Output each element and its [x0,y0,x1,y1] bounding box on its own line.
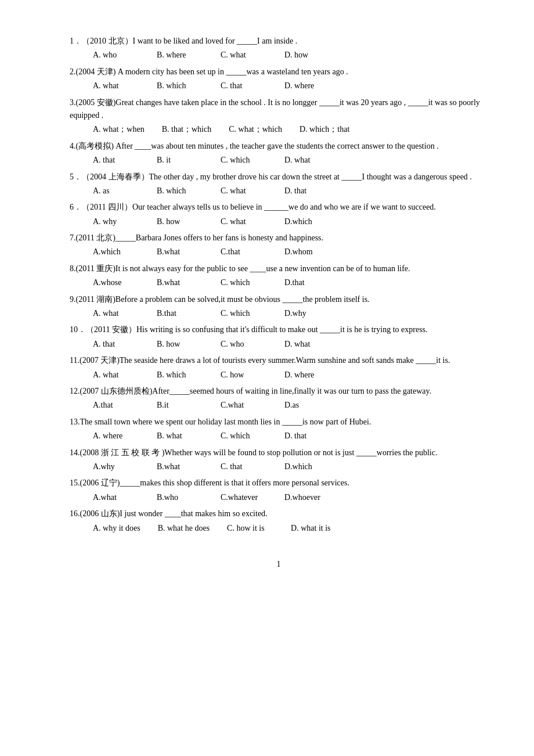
question-q15: 15.(2006 辽宁)_____makes this shop differe… [70,477,488,504]
options-q8: A.whoseB.whatC. whichD.that [70,276,488,289]
option-item: B.who [157,491,203,504]
option-item: D.why [284,307,331,320]
option-item: C. what [221,215,267,228]
option-item: D.that [284,276,331,289]
option-item: C. what [221,185,267,197]
option-item: C. who [221,338,267,351]
option-item: B.that [157,307,203,320]
question-q11: 11.(2007 天津)The seaside here draws a lot… [70,354,488,381]
question-text-q1: 1．（2010 北京）I want to be liked and loved … [70,35,488,48]
option-item: A.whose [93,276,139,289]
options-q10: A. thatB. howC. whoD. what [70,338,488,351]
option-item: D. which；that [300,123,349,136]
question-text-q12: 12.(2007 山东德州质检)After_____seemed hours o… [70,385,488,398]
option-item: C.what [221,399,267,412]
option-item: A. what [93,80,139,92]
option-item: A. why it does [93,522,140,535]
option-item: A.that [93,399,139,412]
option-item: B. what he does [158,522,210,535]
options-q2: A. whatB. whichC. thatD. where [70,80,488,92]
option-item: D. how [284,49,331,62]
option-item: B. which [157,369,203,381]
option-item: D. what [284,338,331,351]
option-item: A. that [93,154,139,167]
option-item: C.that [221,246,267,258]
question-q5: 5．（2004 上海春季）The other day , my brother … [70,171,488,198]
options-q9: A. whatB.thatC. whichD.why [70,307,488,320]
option-item: A. what [93,307,139,320]
question-text-q7: 7.(2011 北京)_____Barbara Jones offers to … [70,232,488,244]
question-text-q15: 15.(2006 辽宁)_____makes this shop differe… [70,477,488,489]
options-q13: A. whereB. whatC. whichD. that [70,430,488,442]
option-item: B.it [157,399,203,412]
questions-container: 1．（2010 北京）I want to be liked and loved … [70,35,488,535]
option-item: B. how [157,215,203,228]
option-item: D.as [284,399,331,412]
option-item: C. which [221,307,267,320]
option-item: D.whoever [284,491,331,504]
question-text-q13: 13.The small town where we spent our hol… [70,416,488,429]
option-item: D. where [284,80,331,92]
question-q6: 6．（2011 四川）Our teacher always tells us t… [70,201,488,228]
question-q4: 4.(高考模拟) After ____was about ten minutes… [70,140,488,167]
option-item: B. it [157,154,203,167]
question-q1: 1．（2010 北京）I want to be liked and loved … [70,35,488,62]
option-item: B. what [157,430,203,442]
question-q3: 3.(2005 安徽)Great changes have taken plac… [70,96,488,136]
question-text-q3: 3.(2005 安徽)Great changes have taken plac… [70,96,488,123]
question-text-q14: 14.(2008 浙 江 五 校 联 考 )Whether ways will … [70,447,488,459]
option-item: A. where [93,430,139,442]
question-q14: 14.(2008 浙 江 五 校 联 考 )Whether ways will … [70,447,488,474]
option-item: D. that [284,430,331,442]
option-item: D. where [284,369,331,381]
options-q14: A.whyB.whatC. thatD.which [70,460,488,473]
question-text-q4: 4.(高考模拟) After ____was about ten minutes… [70,140,488,153]
question-text-q8: 8.(2011 重庆)It is not always easy for the… [70,262,488,275]
option-item: C. what；which [229,123,282,136]
option-item: C. how [221,369,267,381]
question-text-q16: 16.(2006 山东)I just wonder ____that makes… [70,507,488,520]
option-item: C. what [221,49,267,62]
question-text-q9: 9.(2011 湖南)Before a problem can be solve… [70,293,488,306]
option-item: A. why [93,215,139,228]
option-item: A.why [93,460,139,473]
option-item: A. what；when [93,123,145,136]
option-item: D.which [284,460,331,473]
option-item: B. which [157,185,203,197]
question-q12: 12.(2007 山东德州质检)After_____seemed hours o… [70,385,488,412]
option-item: A. what [93,369,139,381]
options-q3: A. what；whenB. that；whichC. what；whichD.… [70,123,488,136]
option-item: A. who [93,49,139,62]
options-q5: A. asB. whichC. whatD. that [70,185,488,197]
option-item: C. that [221,460,267,473]
question-q16: 16.(2006 山东)I just wonder ____that makes… [70,507,488,535]
option-item: C. how it is [227,522,273,535]
option-item: D. what it is [291,522,337,535]
option-item: C. that [221,80,267,92]
option-item: B. which [157,80,203,92]
options-q4: A. thatB. itC. whichD. what [70,154,488,167]
option-item: B. how [157,338,203,351]
options-q7: A.whichB.whatC.thatD.whom [70,246,488,258]
question-text-q10: 10．（2011 安徽）His writing is so confusing … [70,323,488,336]
option-item: C. which [221,154,267,167]
option-item: B.what [157,246,203,258]
option-item: B.what [157,276,203,289]
option-item: D. what [284,154,331,167]
question-q13: 13.The small town where we spent our hol… [70,416,488,443]
options-q11: A. whatB. whichC. howD. where [70,369,488,381]
option-item: C. which [221,430,267,442]
option-item: B. where [157,49,203,62]
question-q10: 10．（2011 安徽）His writing is so confusing … [70,323,488,351]
question-q7: 7.(2011 北京)_____Barbara Jones offers to … [70,232,488,259]
options-q16: A. why it doesB. what he doesC. how it i… [70,522,488,535]
option-item: D.which [284,215,331,228]
options-q15: A.whatB.whoC.whateverD.whoever [70,491,488,504]
option-item: A. as [93,185,139,197]
question-text-q5: 5．（2004 上海春季）The other day , my brother … [70,171,488,183]
option-item: A.which [93,246,139,258]
option-item: D. that [284,185,331,197]
question-q9: 9.(2011 湖南)Before a problem can be solve… [70,293,488,321]
question-q8: 8.(2011 重庆)It is not always easy for the… [70,262,488,290]
option-item: A.what [93,491,139,504]
